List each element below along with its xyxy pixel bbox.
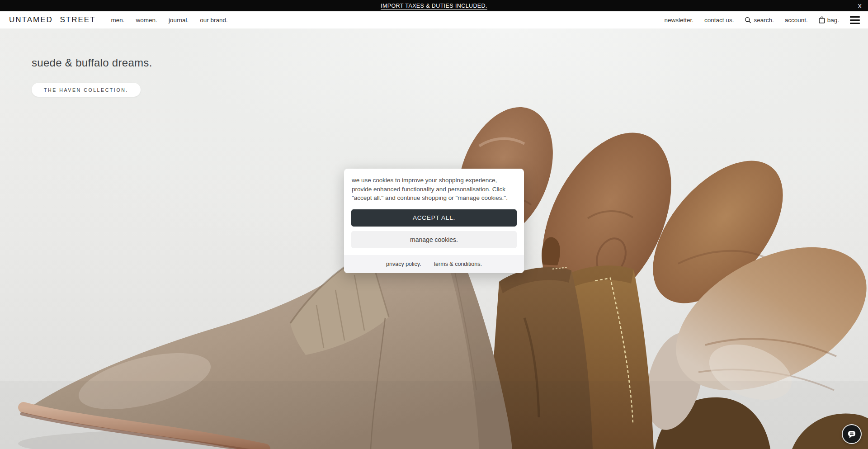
search-label: search. xyxy=(754,17,774,24)
manage-cookies-button[interactable]: manage cookies. xyxy=(351,231,517,248)
chat-bubble-icon xyxy=(847,429,857,439)
hamburger-menu-icon[interactable] xyxy=(850,15,860,25)
announcement-link[interactable]: IMPORT TAXES & DUTIES INCLUDED. xyxy=(381,3,487,9)
nav-item-account[interactable]: account. xyxy=(785,17,808,24)
secondary-menu: newsletter. contact us. search. account.… xyxy=(665,15,860,25)
chat-widget-button[interactable] xyxy=(842,424,862,444)
cookie-consent-dialog: we use cookies to improve your shopping … xyxy=(344,169,524,273)
nav-item-contact[interactable]: contact us. xyxy=(704,17,734,24)
nav-item-search[interactable]: search. xyxy=(745,17,774,24)
nav-item-bag[interactable]: bag. xyxy=(819,16,839,24)
privacy-policy-link[interactable]: privacy policy. xyxy=(386,261,421,267)
hero-heading: suede & buffalo dreams. xyxy=(32,57,152,69)
nav-item-men[interactable]: men. xyxy=(111,17,125,24)
main-navbar: UNTAMED STREET men. women. journal. our … xyxy=(0,11,868,28)
nav-item-our-brand[interactable]: our brand. xyxy=(200,17,228,24)
collection-button[interactable]: THE HAVEN COLLECTION. xyxy=(32,83,141,97)
brand-logo[interactable]: UNTAMED STREET xyxy=(9,15,96,24)
shopping-bag-icon xyxy=(819,16,825,24)
announcement-banner: IMPORT TAXES & DUTIES INCLUDED. X xyxy=(0,0,868,11)
nav-item-journal[interactable]: journal. xyxy=(169,17,189,24)
bag-label: bag. xyxy=(827,17,839,24)
cookie-message: we use cookies to improve your shopping … xyxy=(352,176,516,203)
close-icon[interactable]: X xyxy=(858,3,862,9)
accept-all-button[interactable]: ACCEPT ALL. xyxy=(351,209,517,227)
search-icon xyxy=(745,17,751,24)
nav-item-newsletter[interactable]: newsletter. xyxy=(665,17,694,24)
primary-menu: men. women. journal. our brand. xyxy=(111,17,228,24)
nav-item-women[interactable]: women. xyxy=(136,17,157,24)
terms-conditions-link[interactable]: terms & conditions. xyxy=(434,261,482,267)
cookie-footer: privacy policy. terms & conditions. xyxy=(344,255,524,273)
